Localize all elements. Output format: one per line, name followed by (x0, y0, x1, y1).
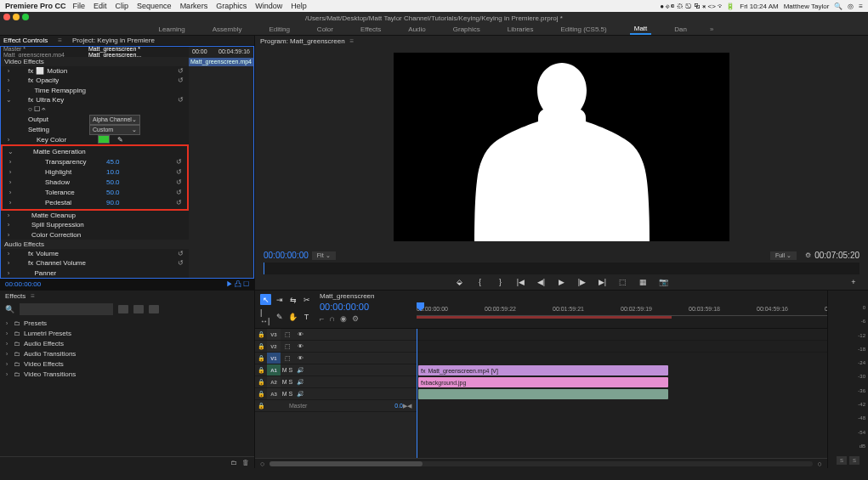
highlight-value[interactable]: 10.0 (106, 168, 157, 176)
reset-icon[interactable]: ↺ (178, 76, 184, 84)
spill-suppression[interactable]: Spill Suppression (13, 221, 98, 229)
slip-tool-icon[interactable]: |↔| (260, 311, 271, 322)
siri-icon[interactable]: ◎ (848, 3, 854, 10)
ws-matt[interactable]: Matt (630, 24, 652, 35)
sequence-name[interactable]: Matt_greenscreen (320, 292, 411, 300)
settings-icon[interactable]: ⚙ (352, 314, 359, 323)
panner[interactable]: Panner (34, 269, 56, 277)
snap-icon[interactable]: ⌐ (320, 314, 324, 323)
track-a3[interactable]: 🔒A3M S🔊 (255, 388, 417, 400)
ec-tools[interactable]: ▶ 凸 ☐ (226, 280, 249, 289)
menu-file[interactable]: File (73, 2, 86, 10)
selection-tool-icon[interactable]: ↖ (260, 294, 271, 305)
matte-generation[interactable]: Matte Generation (14, 148, 99, 155)
type-tool-icon[interactable]: T (301, 311, 312, 322)
mark-in-icon[interactable]: ⬙ (454, 278, 466, 286)
bin-video-trans[interactable]: ›🗀Video Transitions (3, 369, 251, 379)
menu-markers[interactable]: Markers (180, 2, 208, 10)
timeline-content[interactable]: fxMatt_greenscreen.mp4 [V] fxbackground.… (417, 329, 827, 458)
search-icon[interactable]: 🔍 (834, 3, 842, 10)
pen-tool-icon[interactable]: ✎ (274, 311, 285, 322)
new-bin-icon[interactable]: 🗀 (230, 459, 237, 466)
track-v3[interactable]: 🔒V3⬚👁 (255, 329, 417, 341)
menu-window[interactable]: Window (255, 2, 282, 10)
menu-help[interactable]: Help (291, 2, 307, 10)
solo-right[interactable]: S (849, 456, 859, 465)
solo-left[interactable]: S (837, 456, 847, 465)
fx-badge-3[interactable] (149, 305, 159, 313)
menu-edit[interactable]: Edit (94, 2, 107, 10)
track-v2[interactable]: 🔒V2⬚👁 (255, 341, 417, 353)
menu-graphics[interactable]: Graphics (216, 2, 247, 10)
expand-icon[interactable]: › (4, 76, 13, 84)
output-dropdown[interactable]: Alpha Channel⌄ (89, 115, 140, 125)
ec-clip-bar[interactable]: Matt_greenscreen.mp4 (189, 58, 253, 66)
lift-icon[interactable]: ⬚ (617, 278, 629, 286)
ec-current-timecode[interactable]: 00:00:00:00 (5, 280, 41, 288)
hand-tool-icon[interactable]: ✋ (287, 311, 298, 322)
ws-overflow-icon[interactable]: » (710, 25, 713, 33)
motion-effect[interactable]: Motion (47, 67, 67, 75)
play-icon[interactable]: ▶ (556, 278, 568, 286)
step-fwd-icon[interactable]: |▶ (576, 278, 588, 286)
color-swatch[interactable] (98, 135, 110, 144)
ws-effects[interactable]: Effects (356, 25, 385, 34)
ws-assembly[interactable]: Assembly (208, 25, 247, 34)
ripple-edit-icon[interactable]: ⇆ (287, 294, 298, 305)
menu-clip[interactable]: Clip (116, 2, 129, 10)
ws-editing[interactable]: Editing (264, 25, 293, 34)
collapse-icon[interactable]: ⌄ (4, 96, 13, 104)
resolution-dropdown[interactable]: Full ⌄ (770, 251, 797, 260)
setting-dropdown[interactable]: Custom⌄ (89, 125, 140, 135)
razor-tool-icon[interactable]: ✂ (301, 294, 312, 305)
channel-volume[interactable]: Channel Volume (36, 259, 86, 267)
program-monitor[interactable] (255, 46, 868, 248)
track-a2[interactable]: 🔒A2M S🔊 (255, 376, 417, 388)
ws-dan[interactable]: Dan (670, 25, 691, 34)
ws-libraries[interactable]: Libraries (503, 25, 538, 34)
tab-effect-controls[interactable]: Effect Controls (3, 37, 48, 44)
ultra-key-effect[interactable]: Ultra Key (36, 96, 64, 104)
export-frame-icon[interactable]: 📷 (658, 278, 670, 286)
mark-clip-icon[interactable]: } (495, 278, 507, 286)
notif-icon[interactable]: ≡ (859, 3, 863, 10)
timeline-timecode[interactable]: 00:00:00:00 (320, 302, 411, 312)
reset-icon[interactable]: ↺ (176, 178, 182, 186)
reset-icon[interactable]: ↺ (178, 259, 184, 267)
timeline-zoom-scrollbar[interactable] (269, 461, 812, 466)
volume-effect[interactable]: Volume (36, 250, 59, 257)
expand-icon[interactable]: › (4, 67, 13, 75)
settings-icon[interactable]: ⚙ (805, 251, 811, 259)
ec-mini-timeline[interactable]: 00:0000:04:59:16 Matt_greenscreen.mp4 (189, 47, 253, 278)
ws-css[interactable]: Editing (CS5.5) (556, 25, 610, 34)
reset-icon[interactable]: ↺ (178, 250, 184, 257)
bin-audio-effects[interactable]: ›🗀Audio Effects (3, 338, 251, 348)
reset-icon[interactable]: ↺ (176, 189, 182, 196)
trash-icon[interactable]: 🗑 (242, 459, 249, 466)
matte-cleanup[interactable]: Matte Cleanup (13, 212, 98, 219)
program-scrubber[interactable] (264, 263, 859, 274)
track-a1[interactable]: 🔒A1M S🔊 (255, 364, 417, 376)
goto-in-icon[interactable]: |◀ (515, 278, 527, 286)
opacity-effect[interactable]: Opacity (36, 76, 59, 84)
effects-panel-tab[interactable]: Effects (5, 292, 26, 300)
fx-badge-2[interactable] (133, 305, 144, 313)
collapse-icon[interactable]: ⌄ (6, 148, 14, 155)
bin-video-effects[interactable]: ›🗀Video Effects (3, 359, 251, 369)
step-back-icon[interactable]: ◀| (536, 278, 547, 286)
ws-graphics[interactable]: Graphics (449, 25, 485, 34)
track-master[interactable]: 🔒Master0.0▶◀ (255, 400, 417, 412)
reset-icon[interactable]: ↺ (176, 158, 182, 166)
extract-icon[interactable]: ▦ (638, 278, 650, 286)
pedestal-value[interactable]: 90.0 (106, 199, 157, 206)
reset-icon[interactable]: ↺ (178, 67, 184, 75)
expand-icon[interactable]: › (4, 87, 13, 94)
bin-presets[interactable]: ›🗀Presets (3, 318, 251, 328)
tolerance-value[interactable]: 50.0 (106, 189, 157, 196)
window-controls[interactable] (3, 14, 29, 20)
timeline-ruler[interactable]: 00:00:00:0000:00:59:2200:01:59:2100:02:5… (417, 291, 827, 328)
marker-icon[interactable]: ◉ (340, 314, 347, 323)
ws-audio[interactable]: Audio (404, 25, 429, 34)
clip-audio[interactable] (418, 389, 668, 399)
transparency-value[interactable]: 45.0 (106, 158, 157, 166)
